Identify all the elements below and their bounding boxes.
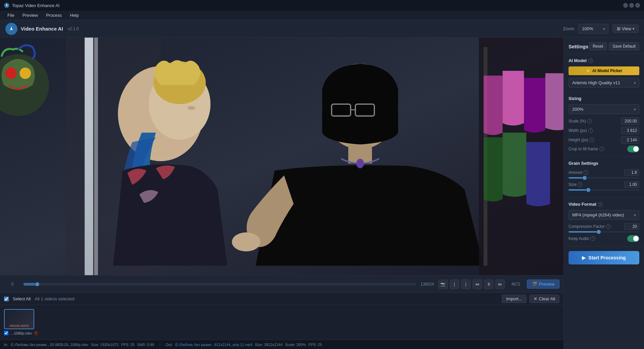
file-checkbox[interactable] — [4, 331, 8, 335]
app-icon — [4, 3, 9, 8]
sizing-dropdown-wrapper: 200% — [569, 104, 639, 114]
select-all-checkbox[interactable] — [4, 297, 9, 301]
scrubber-thumb[interactable] — [35, 282, 39, 286]
amount-slider-track[interactable] — [569, 177, 639, 179]
view-chevron: ▾ — [633, 27, 634, 31]
maximize-button[interactable]: □ — [629, 3, 634, 8]
video-placeholder — [0, 38, 564, 275]
svg-point-21 — [19, 67, 31, 79]
file-controls-row: ....1080p.mkv ✕ — [4, 331, 39, 336]
menu-process[interactable]: Process — [43, 11, 65, 19]
ai-model-label-text: AI Model — [569, 58, 587, 63]
start-processing-button[interactable]: ▶ Start Processing — [569, 251, 639, 264]
import-button[interactable]: Import... — [502, 295, 527, 303]
ai-model-help-icon[interactable]: ? — [588, 58, 593, 63]
sizing-section: Sizing 200% Scale (%) ? 200.00 Width (px… — [564, 92, 644, 157]
scale-value: 200.00 — [621, 117, 639, 125]
view-button[interactable]: ⊞ View ▾ — [612, 24, 639, 33]
crop-toggle[interactable] — [627, 146, 639, 152]
status-bar: In: Е:/Любовь без разме...20.WEB-DL.1080… — [0, 340, 564, 349]
svg-rect-4 — [85, 38, 93, 275]
file-delete-button[interactable]: ✕ — [33, 331, 39, 336]
video-format-select[interactable]: MP4 (mpeg4 (h264) video) — [569, 210, 639, 220]
height-help-icon[interactable]: ? — [590, 138, 594, 142]
reset-button[interactable]: Reset — [589, 42, 607, 50]
sizing-select[interactable]: 200% — [569, 104, 639, 114]
step-back-button[interactable]: ⏮ — [473, 280, 482, 289]
app-version: v2.1.0 — [68, 27, 79, 31]
keep-audio-label: Keep Audio ? — [569, 236, 595, 241]
menu-preview[interactable]: Preview — [19, 11, 41, 19]
video-format-help-icon[interactable]: ? — [598, 202, 603, 207]
menu-file[interactable]: File — [4, 11, 18, 19]
amount-slider-row: Amount ? 1.8 — [569, 169, 639, 179]
compression-slider-label: Compression Factor ? — [569, 224, 611, 229]
thumbnail-label: НЕКОЕ КИНО — [5, 324, 34, 328]
preview-icon: 🎬 — [532, 282, 537, 287]
settings-title: Settings — [569, 44, 588, 49]
file-thumbnail[interactable]: НЕКОЕ КИНО — [4, 309, 34, 329]
keep-audio-help-icon[interactable]: ? — [590, 236, 595, 241]
status-out-size: Size: 3812x2144 — [255, 343, 282, 347]
amount-slider-thumb[interactable] — [583, 176, 587, 180]
menu-bar: File Preview Process Help — [0, 11, 644, 20]
screenshot-button[interactable]: 📷 — [438, 280, 448, 289]
start-processing-label: Start Processing — [588, 255, 626, 260]
sizing-label-text: Sizing — [569, 96, 581, 101]
status-in-label: In: — [4, 343, 8, 347]
close-button[interactable]: ✕ — [635, 3, 640, 8]
svg-point-9 — [188, 106, 196, 110]
size-slider-header: Size ? 1.00 — [569, 181, 639, 188]
compression-slider-header: Compression Factor ? 20 — [569, 223, 639, 230]
file-list-header: Select All All 1 videos selected Import.… — [0, 293, 564, 305]
file-list-content: НЕКОЕ КИНО ....1080p.mkv ✕ — [0, 305, 564, 340]
start-frame-label: 0 — [4, 282, 21, 287]
width-help-icon[interactable]: ? — [588, 128, 593, 133]
amount-help-icon[interactable]: ? — [584, 170, 588, 175]
pause-button[interactable]: ⏸ — [484, 280, 493, 289]
step-forward-button[interactable]: ⏭ — [495, 280, 505, 289]
playback-controls: 📷 { } ⏮ ⏸ ⏭ — [438, 280, 505, 289]
svg-point-15 — [232, 233, 260, 252]
mark-in-button[interactable]: { — [450, 280, 459, 289]
ai-model-select[interactable]: Artemis High Quality v11 — [569, 78, 639, 88]
compression-slider-thumb[interactable] — [597, 230, 601, 234]
mark-out-button[interactable]: } — [461, 280, 471, 289]
preview-button[interactable]: 🎬 Preview — [527, 280, 559, 289]
zoom-select[interactable]: 100% — [578, 24, 608, 34]
header-right: Zoom 100% ⊞ View ▾ — [563, 24, 639, 34]
selection-count: All 1 videos selected — [35, 296, 74, 301]
keep-audio-toggle[interactable] — [627, 235, 639, 242]
status-out-fps: FPS: 25 — [309, 343, 322, 347]
minimize-button[interactable]: — — [623, 3, 628, 8]
zoom-label: Zoom — [563, 26, 574, 31]
ai-model-picker-button[interactable]: ⚡ AI Model Picker — [569, 66, 639, 75]
status-out-file[interactable]: Е:/Любовь без разме...812x2144_ahq-11.mp… — [175, 343, 252, 347]
scale-help-icon[interactable]: ? — [587, 119, 592, 123]
crop-help-icon[interactable]: ? — [599, 147, 604, 151]
size-slider-track[interactable] — [569, 189, 639, 191]
height-label: Height (px) ? — [569, 138, 594, 142]
size-help-icon[interactable]: ? — [578, 182, 582, 187]
compression-slider-track[interactable] — [569, 231, 639, 233]
video-format-dropdown-wrapper: MP4 (mpeg4 (h264) video) — [569, 210, 639, 220]
logo-icon — [5, 23, 17, 35]
compression-slider-fill — [569, 231, 597, 233]
select-all-label[interactable]: Select All — [13, 296, 31, 301]
scrubber-bar[interactable] — [23, 283, 416, 286]
ai-model-section-label: AI Model ? — [569, 58, 639, 63]
compression-help-icon[interactable]: ? — [606, 224, 611, 229]
scale-field-row: Scale (%) ? 200.00 — [569, 117, 639, 125]
crop-to-fill-row: Crop to fill frame ? — [569, 146, 639, 152]
clear-all-button[interactable]: ✕ Clear All — [529, 295, 559, 303]
size-slider-label: Size ? — [569, 182, 582, 187]
size-slider-thumb[interactable] — [586, 188, 590, 192]
status-in-file: Е:/Любовь без разме...20.WEB-DL.1080p.mk… — [11, 343, 88, 347]
file-list-area: Select All All 1 videos selected Import.… — [0, 293, 564, 340]
menu-help[interactable]: Help — [66, 11, 82, 19]
save-default-button[interactable]: Save Default — [609, 42, 639, 50]
app-title: Video Enhance AI — [21, 26, 63, 32]
width-value: 3 812 — [621, 127, 639, 134]
width-field-row: Width (px) ? 3 812 — [569, 127, 639, 134]
video-format-section: Video Format ? MP4 (mpeg4 (h264) video) … — [564, 198, 644, 246]
